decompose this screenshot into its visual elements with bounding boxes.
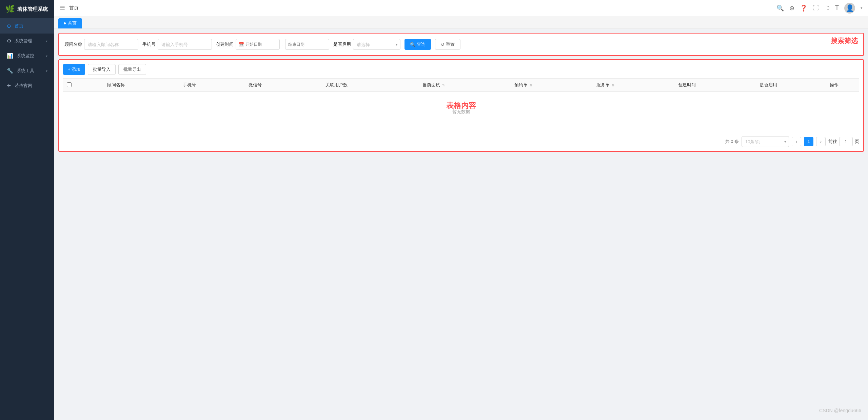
pagination: 共 0 条 10条/页 20条/页 50条/页 100条/页 ‹ 1 › 前往 <box>63 136 859 147</box>
sidebar-label-system-monitor: 系统监控 <box>17 53 42 59</box>
sidebar-icon-home: ⊙ <box>7 23 11 29</box>
date-separator: - <box>282 42 283 47</box>
consultant-name-label: 顾问名称 <box>64 41 82 47</box>
reset-btn-label: 重置 <box>446 41 455 47</box>
github-icon[interactable]: ⊕ <box>789 4 794 12</box>
th-appointment[interactable]: 预约单 ⇅ <box>482 79 565 92</box>
batch-export-button[interactable]: 批量导出 <box>118 64 146 75</box>
consultant-name-field: 顾问名称 <box>64 39 138 50</box>
sidebar-item-system-mgmt[interactable]: ⚙ 系统管理 ▾ <box>0 34 54 48</box>
action-bar: + 添加 批量导入 批量导出 <box>63 64 859 75</box>
app-title: 若体管理系统 <box>17 6 48 13</box>
search-icon[interactable]: 🔍 <box>776 4 784 12</box>
sidebar-label-home: 首页 <box>15 23 47 29</box>
select-all-checkbox[interactable] <box>67 82 72 87</box>
search-btn-label: 查询 <box>417 41 426 47</box>
sidebar-item-system-monitor[interactable]: 📊 系统监控 ▾ <box>0 48 54 63</box>
sidebar-logo: 🌿 若体管理系统 <box>0 0 54 19</box>
empty-tip: 暂无数据 <box>66 95 856 128</box>
date-start-text[interactable] <box>245 42 273 47</box>
page-1-button[interactable]: 1 <box>804 137 813 146</box>
th-create-time: 创建时间 <box>647 79 728 92</box>
sort-service-icon: ⇅ <box>612 83 614 87</box>
total-count: 0 <box>731 139 733 144</box>
tab-home[interactable]: 首页 <box>58 18 82 28</box>
th-is-enabled: 是否启用 <box>728 79 809 92</box>
page-size-select[interactable]: 10条/页 20条/页 50条/页 100条/页 <box>742 136 789 147</box>
sort-appointment-icon: ⇅ <box>530 83 532 87</box>
date-end-text[interactable] <box>288 42 315 47</box>
table-body: 暂无数据 <box>63 92 859 132</box>
topbar-right: 🔍 ⊕ ❓ ⛶ ☽ T 👤 ▾ <box>776 3 863 14</box>
th-wechat: 微信号 <box>222 79 288 92</box>
th-service[interactable]: 服务单 ⇅ <box>565 79 647 92</box>
sidebar-item-ruoyi-website[interactable]: ✈ 若依官网 <box>0 78 54 93</box>
sidebar-icon-system-tools: 🔧 <box>7 68 13 74</box>
th-name: 顾问名称 <box>75 79 157 92</box>
tab-dot <box>64 22 66 24</box>
avatar[interactable]: 👤 <box>844 3 855 14</box>
sidebar-arrow-system-tools: ▾ <box>46 69 47 73</box>
is-enabled-select-wrapper: 请选择 启用 禁用 <box>353 39 400 50</box>
sidebar-item-system-tools[interactable]: 🔧 系统工具 ▾ <box>0 63 54 78</box>
font-icon[interactable]: T <box>835 4 839 12</box>
tabbar: 首页 <box>54 16 868 29</box>
page-size-wrapper: 10条/页 20条/页 50条/页 100条/页 <box>742 136 789 147</box>
total-prefix: 共 <box>725 139 730 144</box>
goto-input[interactable] <box>839 137 853 146</box>
phone-label: 手机号 <box>142 41 156 47</box>
calendar-icon: 📅 <box>239 42 244 47</box>
question-icon[interactable]: ❓ <box>800 4 807 12</box>
create-time-field: 创建时间 📅 - <box>216 39 329 50</box>
table-section: + 添加 批量导入 批量导出 顾问名称 手机号 微信号 关联用户数 当前面试 ⇅ <box>58 59 864 152</box>
sidebar-label-ruoyi-website: 若依官网 <box>15 83 47 89</box>
sidebar: 🌿 若体管理系统 ⊙ 首页 ⚙ 系统管理 ▾ 📊 系统监控 ▾ 🔧 系统工具 ▾… <box>0 0 54 420</box>
sidebar-icon-ruoyi-website: ✈ <box>7 83 11 89</box>
breadcrumb: 首页 <box>69 5 79 11</box>
th-related-users: 关联用户数 <box>288 79 385 92</box>
th-checkbox <box>63 79 75 92</box>
topbar: ☰ 首页 🔍 ⊕ ❓ ⛶ ☽ T 👤 ▾ <box>54 0 868 16</box>
date-start-input[interactable]: 📅 <box>236 39 280 50</box>
tab-home-label: 首页 <box>68 20 77 26</box>
search-btn-icon: 🔍 <box>410 42 415 47</box>
search-section-label: 搜索筛选 <box>831 36 858 45</box>
th-interviews[interactable]: 当前面试 ⇅ <box>385 79 482 92</box>
sort-interviews-icon: ⇅ <box>442 83 445 87</box>
hamburger-icon[interactable]: ☰ <box>60 4 65 12</box>
reset-btn-icon: ↺ <box>441 42 445 47</box>
sidebar-menu: ⊙ 首页 ⚙ 系统管理 ▾ 📊 系统监控 ▾ 🔧 系统工具 ▾ ✈ 若依官网 <box>0 19 54 420</box>
phone-input[interactable] <box>158 39 212 50</box>
prev-page-button[interactable]: ‹ <box>792 137 801 146</box>
consultant-name-input[interactable] <box>84 39 138 50</box>
date-end-input[interactable] <box>285 39 329 50</box>
sidebar-label-system-tools: 系统工具 <box>17 68 42 74</box>
batch-import-button[interactable]: 批量导入 <box>88 64 116 75</box>
goto-prefix: 前往 <box>828 139 837 145</box>
reset-button[interactable]: ↺ 重置 <box>435 39 460 50</box>
page-body: 搜索筛选 顾问名称 手机号 创建时间 📅 <box>54 29 868 420</box>
table-header-row: 顾问名称 手机号 微信号 关联用户数 当前面试 ⇅ 预约单 ⇅ 服务单 ⇅ 创建… <box>63 79 859 92</box>
sidebar-icon-system-mgmt: ⚙ <box>7 38 11 44</box>
sidebar-label-system-mgmt: 系统管理 <box>15 38 42 44</box>
add-button[interactable]: + 添加 <box>63 64 85 75</box>
data-table: 顾问名称 手机号 微信号 关联用户数 当前面试 ⇅ 预约单 ⇅ 服务单 ⇅ 创建… <box>63 78 859 132</box>
sidebar-item-home[interactable]: ⊙ 首页 <box>0 19 54 34</box>
search-section: 搜索筛选 顾问名称 手机号 创建时间 📅 <box>58 33 864 56</box>
page-goto: 前往 页 <box>828 137 859 146</box>
user-dropdown-icon[interactable]: ▾ <box>861 6 863 10</box>
logo-icon: 🌿 <box>5 5 15 14</box>
goto-suffix: 页 <box>855 139 859 145</box>
empty-cell: 暂无数据 <box>63 92 859 132</box>
is-enabled-field: 是否启用 请选择 启用 禁用 <box>333 39 400 50</box>
theme-icon[interactable]: ☽ <box>824 4 830 12</box>
next-page-button[interactable]: › <box>816 137 826 146</box>
search-button[interactable]: 🔍 查询 <box>405 39 431 50</box>
total-suffix: 条 <box>734 139 739 144</box>
th-phone: 手机号 <box>157 79 222 92</box>
is-enabled-select[interactable]: 请选择 启用 禁用 <box>353 39 400 50</box>
main-area: ☰ 首页 🔍 ⊕ ❓ ⛶ ☽ T 👤 ▾ 首页 搜索筛选 <box>54 0 868 420</box>
total-text: 共 0 条 <box>725 139 739 145</box>
date-range: 📅 - <box>236 39 329 50</box>
fullscreen-icon[interactable]: ⛶ <box>813 4 819 12</box>
